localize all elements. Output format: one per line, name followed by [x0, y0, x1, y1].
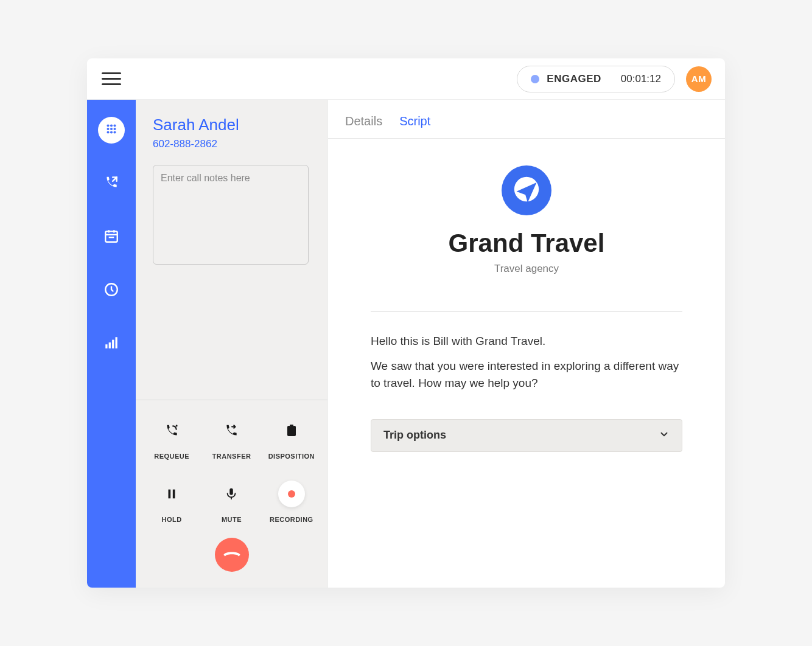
svg-point-7: [110, 131, 113, 133]
caller-name: Sarah Andel: [153, 116, 310, 134]
hold-button[interactable]: HOLD: [142, 481, 201, 523]
brand-block: Grand Travel Travel agency: [371, 165, 682, 275]
app-window: ENGAGED 00:01:12 AM: [87, 58, 725, 588]
transfer-icon: [218, 417, 245, 444]
brand-name: Grand Travel: [449, 229, 605, 258]
status-pill[interactable]: ENGAGED 00:01:12: [517, 66, 675, 92]
status-dot-icon: [531, 75, 539, 83]
svg-point-5: [113, 128, 116, 130]
trip-options-accordion[interactable]: Trip options: [371, 419, 682, 452]
brand-subtitle: Travel agency: [494, 263, 559, 275]
signal-icon: [103, 335, 119, 353]
body: Sarah Andel 602-888-2862 REQU: [87, 100, 725, 588]
svg-rect-12: [109, 342, 111, 349]
svg-rect-18: [290, 425, 293, 427]
outbound-call-icon: [103, 175, 119, 193]
dialpad-icon: [105, 122, 118, 138]
chevron-down-icon: [659, 429, 670, 442]
separator: [371, 311, 682, 312]
call-controls: REQUEUE TRANSFER: [136, 400, 327, 588]
tab-details[interactable]: Details: [345, 114, 382, 128]
svg-point-6: [107, 131, 109, 133]
avatar-initials: AM: [691, 74, 706, 84]
svg-point-4: [110, 128, 113, 130]
recording-button[interactable]: RECORDING: [262, 481, 321, 523]
svg-rect-11: [105, 344, 107, 349]
tabs: Details Script: [328, 100, 725, 139]
menu-button[interactable]: [100, 69, 122, 89]
phone-hangup-icon: [223, 544, 241, 565]
sidebar-item-calendar[interactable]: [98, 224, 125, 251]
sidebar: [87, 100, 136, 588]
call-timer: 00:01:12: [621, 73, 661, 85]
transfer-label: TRANSFER: [212, 453, 251, 460]
sidebar-item-history[interactable]: [98, 277, 125, 304]
microphone-icon: [218, 481, 245, 507]
svg-point-1: [110, 124, 113, 127]
script-area: Grand Travel Travel agency Hello this is…: [328, 139, 725, 588]
topbar-right: ENGAGED 00:01:12 AM: [517, 66, 712, 92]
svg-rect-16: [287, 426, 296, 436]
svg-rect-14: [116, 337, 117, 348]
sidebar-item-stats[interactable]: [98, 331, 125, 358]
tab-script[interactable]: Script: [399, 114, 430, 128]
accordion-label: Trip options: [383, 429, 446, 442]
hold-label: HOLD: [162, 516, 182, 523]
caller-phone: 602-888-2862: [153, 138, 310, 150]
script-line-1: Hello this is Bill with Grand Travel.: [371, 333, 682, 350]
topbar: ENGAGED 00:01:12 AM: [87, 58, 725, 100]
recording-label: RECORDING: [270, 516, 313, 523]
calendar-icon: [103, 228, 119, 246]
requeue-icon: [158, 417, 185, 444]
disposition-label: DISPOSITION: [268, 453, 315, 460]
sidebar-item-outbound[interactable]: [98, 170, 125, 197]
record-icon: [278, 481, 305, 507]
svg-point-15: [176, 425, 178, 426]
mute-label: MUTE: [222, 516, 242, 523]
svg-rect-20: [173, 490, 175, 499]
status-label: ENGAGED: [547, 73, 601, 85]
caller-block: Sarah Andel 602-888-2862: [136, 100, 327, 267]
clipboard-icon: [278, 417, 305, 444]
sidebar-item-dialpad[interactable]: [98, 117, 125, 144]
requeue-button[interactable]: REQUEUE: [142, 417, 201, 460]
pause-icon: [158, 481, 185, 507]
svg-rect-19: [169, 490, 171, 499]
airplane-icon: [513, 176, 540, 205]
hangup-button[interactable]: [215, 538, 249, 572]
svg-point-3: [107, 128, 109, 130]
disposition-button[interactable]: DISPOSITION: [262, 417, 321, 460]
script-line-2: We saw that you were interested in explo…: [371, 358, 682, 392]
call-notes-input[interactable]: [153, 165, 309, 265]
svg-point-2: [113, 124, 116, 127]
svg-point-8: [113, 131, 116, 133]
call-panel: Sarah Andel 602-888-2862 REQU: [136, 100, 328, 588]
transfer-button[interactable]: TRANSFER: [201, 417, 261, 460]
clock-icon: [103, 282, 119, 300]
main-panel: Details Script Grand Travel Travel ag: [328, 100, 725, 588]
requeue-label: REQUEUE: [154, 453, 189, 460]
svg-point-0: [107, 124, 109, 127]
svg-rect-21: [230, 488, 234, 495]
brand-logo: [502, 165, 551, 215]
svg-rect-13: [112, 340, 114, 349]
script-text: Hello this is Bill with Grand Travel. We…: [371, 333, 682, 392]
mute-button[interactable]: MUTE: [201, 481, 261, 523]
avatar[interactable]: AM: [686, 66, 712, 92]
